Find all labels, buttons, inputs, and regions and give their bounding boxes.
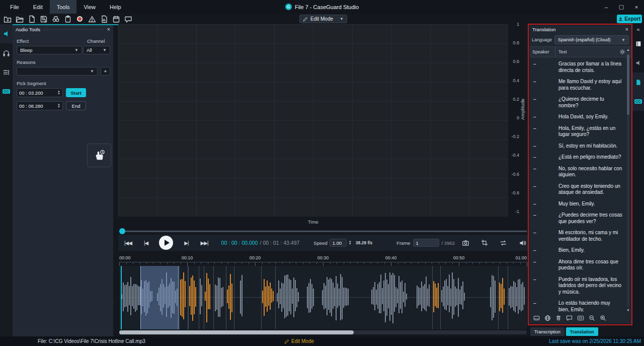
add-reason-button[interactable]: ＋ [101, 67, 110, 76]
detect-icon[interactable] [51, 15, 60, 23]
waveform-view[interactable] [119, 266, 527, 329]
transcript-file-icon[interactable] [632, 73, 644, 92]
audio-tools-icon[interactable] [0, 24, 13, 43]
record-icon[interactable] [75, 15, 84, 23]
edit-mode-dropdown[interactable]: Edit Mode ▼ [299, 15, 347, 23]
reasons-dropdown[interactable]: ▼ [17, 67, 98, 76]
audio-tools-header[interactable]: Audio Tools × [13, 25, 113, 33]
seek-track[interactable] [119, 231, 527, 232]
crop-icon[interactable] [481, 239, 488, 246]
subtitle-icon[interactable] [533, 315, 540, 321]
time-stepper[interactable]: ▲▼ [57, 90, 60, 95]
menu-tools[interactable]: Tools [50, 0, 77, 14]
skip-end-icon[interactable]: ▶▶| [201, 240, 208, 246]
seek-bar[interactable] [119, 228, 527, 235]
speed-stepper[interactable]: ▲▼ [349, 240, 352, 245]
seek-handle[interactable] [119, 228, 125, 234]
maximize-icon[interactable]: ▢ [614, 0, 629, 14]
close-icon[interactable]: × [107, 26, 110, 32]
drag-handle[interactable] [43, 28, 104, 31]
text-column-header[interactable]: Text [555, 49, 619, 54]
globe-icon[interactable] [544, 315, 551, 321]
table-row[interactable]: –Creo que estoy teniendo un ataque de an… [529, 181, 625, 198]
frame-input[interactable]: 1 [413, 239, 439, 247]
minimize-icon[interactable]: – [599, 0, 614, 14]
scrollbar-thumb[interactable] [119, 330, 354, 334]
scroll-up-icon[interactable]: ▲ [626, 48, 630, 51]
add-media-icon[interactable] [3, 15, 12, 23]
end-button[interactable]: End [66, 101, 86, 110]
comment-icon[interactable] [566, 315, 573, 321]
next-frame-icon[interactable]: ▶| [184, 240, 188, 246]
table-row[interactable]: –Mi escritorio, mi cama y mi ventilador … [529, 227, 625, 245]
zoom-out-icon[interactable] [589, 315, 595, 321]
prev-frame-icon[interactable]: |◀ [144, 240, 148, 246]
table-row[interactable]: –¿Quieres decirme tu nombre? [529, 94, 625, 111]
menu-help[interactable]: Help [103, 0, 128, 14]
export-button[interactable]: Export [617, 15, 642, 23]
vertical-scrollbar[interactable]: ▲ ▼ [626, 48, 630, 312]
loop-icon[interactable] [500, 239, 507, 247]
cc-icon[interactable] [577, 315, 584, 321]
volume-icon[interactable] [519, 239, 526, 247]
table-row[interactable]: –Puedo oír mi lavadora, los ladridos del… [529, 274, 625, 298]
captions-icon[interactable]: CC [632, 92, 644, 111]
selection-region[interactable] [140, 266, 179, 329]
table-row[interactable]: –Hola David, soy Emily. [529, 111, 625, 123]
audio-icon[interactable] [632, 53, 644, 73]
table-row[interactable]: –Gracias por llamar a la línea directa d… [529, 58, 625, 76]
new-file-icon[interactable] [27, 15, 36, 23]
table-row[interactable]: –Hola, Emily, ¿estás en un lugar seguro? [529, 123, 625, 141]
amplitude-chart[interactable] [118, 24, 508, 217]
chat-icon[interactable] [124, 15, 132, 23]
playhead[interactable] [121, 266, 122, 329]
language-dropdown[interactable]: Spanish (español) (Cloud) ▼ [554, 35, 629, 44]
pages-icon[interactable] [632, 34, 644, 53]
calendar-icon[interactable] [112, 15, 120, 23]
tab-transcription[interactable]: Transcription [530, 327, 565, 336]
table-row[interactable]: –Muy bien, Emily. [529, 198, 625, 210]
table-row[interactable]: –Sí, estoy en mi habitación. [529, 141, 625, 152]
save-icon[interactable] [39, 15, 48, 23]
open-folder-icon[interactable] [15, 15, 24, 23]
start-time-input[interactable]: 00 : 03.200 ▲▼ [17, 88, 63, 97]
warning-icon[interactable] [88, 15, 96, 23]
pick-on-waveform-button[interactable] [87, 144, 111, 167]
headphones-icon[interactable] [0, 43, 13, 62]
table-row[interactable]: –Me llamo David y estoy aquí para escuch… [529, 76, 625, 94]
waveform-bar [426, 276, 427, 311]
trash-icon[interactable] [555, 315, 561, 321]
close-icon[interactable]: × [629, 0, 644, 14]
horizontal-scrollbar[interactable] [119, 330, 527, 334]
speed-input[interactable]: 1.00 [330, 239, 347, 247]
captions-icon[interactable]: CC [0, 82, 13, 101]
speaker-column-header[interactable]: Speaker [529, 47, 555, 57]
time-stepper[interactable]: ▲▼ [57, 103, 60, 108]
zoom-in-icon[interactable] [600, 315, 606, 321]
tab-translation[interactable]: Translation [566, 327, 598, 336]
table-row[interactable]: –No, solo necesito hablar con alguien. [529, 163, 625, 181]
table-row[interactable]: –Ahora dime tres cosas que puedas oír. [529, 256, 625, 274]
menu-view[interactable]: View [76, 0, 103, 14]
table-row[interactable]: –¿Está en peligro inmediato? [529, 152, 625, 163]
table-row[interactable]: –Lo estás haciendo muy bien, Emily. [529, 298, 625, 312]
play-button[interactable] [159, 236, 173, 250]
clipboard-icon[interactable] [63, 15, 72, 23]
translation-header[interactable]: Translation × [529, 25, 631, 33]
scrollbar-thumb[interactable] [627, 54, 629, 115]
menu-edit[interactable]: Edit [26, 0, 50, 14]
menu-file[interactable]: File [3, 0, 26, 14]
end-time-input[interactable]: 00 : 08.280 ▲▼ [17, 101, 63, 110]
close-icon[interactable]: × [625, 26, 628, 32]
gear-icon[interactable] [619, 49, 625, 55]
effect-dropdown[interactable]: Bleep ▼ [17, 46, 82, 54]
table-row[interactable]: –¿Puedes decirme tres cosas que puedes v… [529, 210, 625, 227]
table-row[interactable]: –Bien, Emily. [529, 245, 625, 256]
collapse-panel-icon[interactable]: « [632, 24, 644, 34]
channel-dropdown[interactable]: All ▼ [83, 46, 110, 54]
start-button[interactable]: Start [66, 88, 86, 97]
camera-icon[interactable] [462, 239, 469, 247]
skip-start-icon[interactable]: |◀◀ [124, 240, 132, 246]
playlist-icon[interactable] [0, 62, 13, 82]
report-icon[interactable] [100, 15, 108, 23]
